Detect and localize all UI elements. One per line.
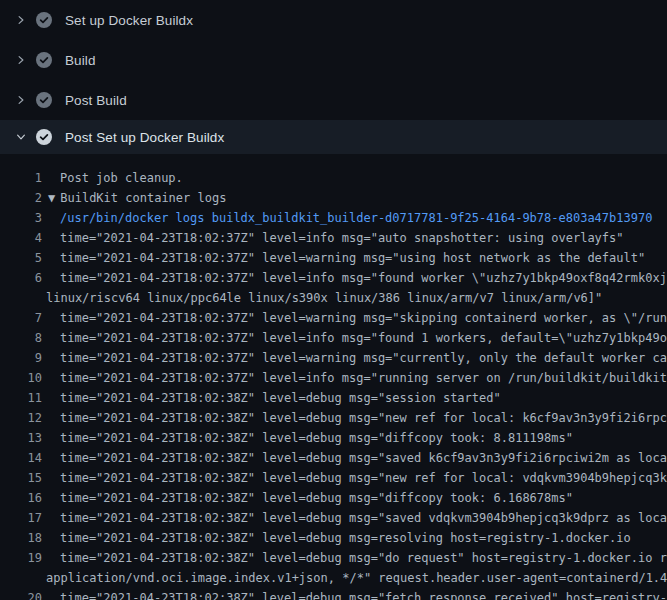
line-number[interactable]: 5 [0, 248, 42, 268]
log-line: 9time="2021-04-23T18:02:37Z" level=warni… [0, 348, 667, 368]
step-label: Build [65, 53, 96, 68]
log-line: 13time="2021-04-23T18:02:38Z" level=debu… [0, 428, 667, 448]
line-number[interactable]: 8 [0, 328, 42, 348]
line-number[interactable]: 16 [0, 488, 42, 508]
log-text: time="2021-04-23T18:02:37Z" level=warnin… [42, 248, 645, 268]
check-circle-icon [36, 12, 52, 28]
chevron-right-icon[interactable] [13, 12, 29, 28]
step-label: Set up Docker Buildx [65, 13, 193, 28]
log-line: 15time="2021-04-23T18:02:38Z" level=debu… [0, 468, 667, 488]
line-number[interactable]: 7 [0, 308, 42, 328]
line-number[interactable]: 10 [0, 368, 42, 388]
log-line: 4time="2021-04-23T18:02:37Z" level=info … [0, 228, 667, 248]
log-text: time="2021-04-23T18:02:38Z" level=debug … [42, 588, 667, 600]
line-number[interactable]: 1 [0, 168, 42, 188]
log-text: time="2021-04-23T18:02:38Z" level=debug … [42, 508, 667, 528]
check-circle-icon [36, 52, 52, 68]
line-number[interactable]: 17 [0, 508, 42, 528]
log-line: 2▼BuildKit container logs [0, 188, 667, 208]
step-row-post-build[interactable]: Post Build [0, 80, 667, 120]
line-number[interactable]: 6 [0, 268, 42, 288]
line-number [0, 288, 42, 308]
log-text: time="2021-04-23T18:02:38Z" level=debug … [42, 488, 573, 508]
log-text: time="2021-04-23T18:02:37Z" level=info m… [42, 368, 667, 388]
line-number[interactable]: 2 [0, 188, 42, 208]
log-text: Post job cleanup. [42, 168, 183, 188]
log-text: time="2021-04-23T18:02:37Z" level=info m… [42, 268, 667, 288]
log-line: 7time="2021-04-23T18:02:37Z" level=warni… [0, 308, 667, 328]
log-line: 11time="2021-04-23T18:02:38Z" level=debu… [0, 388, 667, 408]
log-line: 18time="2021-04-23T18:02:38Z" level=debu… [0, 528, 667, 548]
line-number[interactable]: 19 [0, 548, 42, 568]
log-text: time="2021-04-23T18:02:38Z" level=debug … [42, 428, 573, 448]
log-text: time="2021-04-23T18:02:37Z" level=info m… [42, 328, 667, 348]
line-number[interactable]: 20 [0, 588, 42, 600]
log-text: application/vnd.oci.image.index.v1+json,… [42, 568, 667, 588]
step-row-build[interactable]: Build [0, 40, 667, 80]
log-text: time="2021-04-23T18:02:38Z" level=debug … [42, 468, 667, 488]
log-line: 10time="2021-04-23T18:02:37Z" level=info… [0, 368, 667, 388]
log-text: time="2021-04-23T18:02:38Z" level=debug … [42, 408, 667, 428]
line-number[interactable]: 4 [0, 228, 42, 248]
group-collapse-triangle-icon[interactable]: ▼ [42, 188, 55, 208]
log-line: 12time="2021-04-23T18:02:38Z" level=debu… [0, 408, 667, 428]
log-text: linux/riscv64 linux/ppc64le linux/s390x … [42, 288, 602, 308]
log-line: 3/usr/bin/docker logs buildx_buildkit_bu… [0, 208, 667, 228]
log-text: time="2021-04-23T18:02:38Z" level=debug … [42, 448, 667, 468]
log-line: 19time="2021-04-23T18:02:38Z" level=debu… [0, 548, 667, 568]
log-text: time="2021-04-23T18:02:37Z" level=warnin… [42, 348, 667, 368]
step-label: Post Set up Docker Buildx [65, 130, 224, 145]
log-line: 5time="2021-04-23T18:02:37Z" level=warni… [0, 248, 667, 268]
line-number[interactable]: 15 [0, 468, 42, 488]
log-line: 17time="2021-04-23T18:02:38Z" level=debu… [0, 508, 667, 528]
log-line: 14time="2021-04-23T18:02:38Z" level=debu… [0, 448, 667, 468]
check-circle-icon [36, 129, 52, 145]
check-circle-icon [36, 92, 52, 108]
log-text: time="2021-04-23T18:02:37Z" level=info m… [42, 228, 624, 248]
log-line: application/vnd.oci.image.index.v1+json,… [0, 568, 667, 588]
log-line: linux/riscv64 linux/ppc64le linux/s390x … [0, 288, 667, 308]
actions-log-viewer: Set up Docker Buildx Build Post Build Po… [0, 0, 667, 600]
line-number[interactable]: 13 [0, 428, 42, 448]
step-row-set-up-docker-buildx[interactable]: Set up Docker Buildx [0, 0, 667, 40]
step-row-post-set-up-docker-buildx[interactable]: Post Set up Docker Buildx [0, 120, 667, 154]
log-text: time="2021-04-23T18:02:38Z" level=debug … [42, 548, 667, 568]
line-number[interactable]: 12 [0, 408, 42, 428]
log-command-text: /usr/bin/docker logs buildx_buildkit_bui… [42, 208, 652, 228]
log-line: 20time="2021-04-23T18:02:38Z" level=debu… [0, 588, 667, 600]
log-text: time="2021-04-23T18:02:38Z" level=debug … [42, 388, 501, 408]
line-number[interactable]: 18 [0, 528, 42, 548]
log-line: 16time="2021-04-23T18:02:38Z" level=debu… [0, 488, 667, 508]
log-text: time="2021-04-23T18:02:37Z" level=warnin… [42, 308, 667, 328]
line-number[interactable]: 14 [0, 448, 42, 468]
log-line: 8time="2021-04-23T18:02:37Z" level=info … [0, 328, 667, 348]
log-text: BuildKit container logs [55, 188, 226, 208]
line-number[interactable]: 11 [0, 388, 42, 408]
step-label: Post Build [65, 93, 127, 108]
log-area: 1Post job cleanup.2▼BuildKit container l… [0, 154, 667, 600]
chevron-right-icon[interactable] [13, 52, 29, 68]
chevron-right-icon[interactable] [13, 92, 29, 108]
line-number[interactable]: 9 [0, 348, 42, 368]
log-line: 6time="2021-04-23T18:02:37Z" level=info … [0, 268, 667, 288]
line-number [0, 568, 42, 588]
log-line: 1Post job cleanup. [0, 168, 667, 188]
chevron-down-icon[interactable] [13, 129, 29, 145]
line-number[interactable]: 3 [0, 208, 42, 228]
log-text: time="2021-04-23T18:02:38Z" level=debug … [42, 528, 631, 548]
